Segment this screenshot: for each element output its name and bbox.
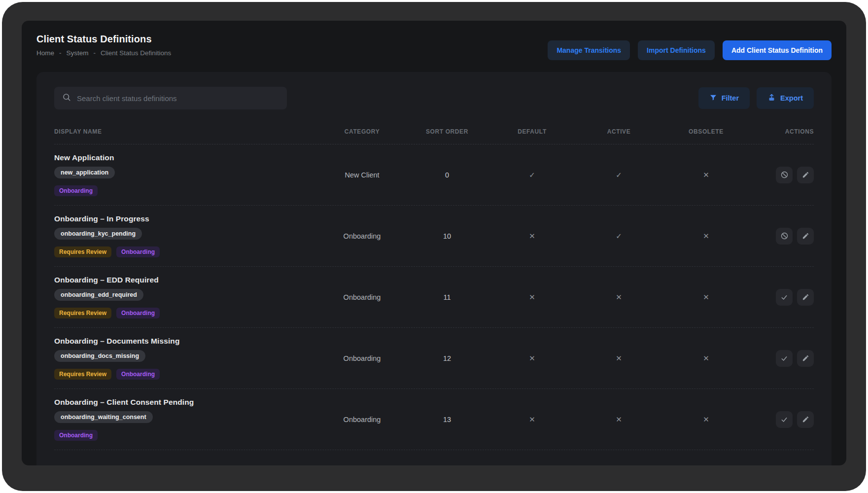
- row-name-cell: New Application new_application Onboardi…: [54, 153, 319, 196]
- status-display-name: Onboarding – In Progress: [54, 214, 149, 223]
- sort-order-cell: 13: [405, 416, 489, 423]
- default-mark: ✕: [489, 354, 575, 363]
- export-button-label: Export: [780, 94, 803, 102]
- active-mark: ✓: [575, 232, 662, 241]
- export-icon: [767, 93, 776, 103]
- page-header: Client Status Definitions Home - System …: [36, 34, 832, 60]
- sort-order-cell: 11: [405, 293, 489, 301]
- obsolete-mark: ✕: [662, 354, 750, 363]
- edit-button[interactable]: [797, 411, 814, 428]
- app-frame: Client Status Definitions Home - System …: [2, 2, 866, 491]
- filter-icon: [709, 94, 717, 103]
- breadcrumb: Home - System - Client Status Definition…: [36, 49, 171, 57]
- default-mark: ✕: [489, 293, 575, 302]
- obsolete-mark: ✕: [662, 415, 750, 424]
- tag-requires-review: Requires Review: [54, 369, 111, 380]
- table-row: New Application new_application Onboardi…: [54, 144, 814, 206]
- row-name-cell: Onboarding – Documents Missing onboardin…: [54, 337, 319, 380]
- tag-onboarding: Onboarding: [116, 369, 160, 380]
- page-title: Client Status Definitions: [36, 34, 171, 45]
- actions-cell: [750, 350, 814, 367]
- app-window: Client Status Definitions Home - System …: [22, 21, 846, 465]
- edit-button[interactable]: [797, 350, 814, 367]
- row-name-cell: Onboarding – EDD Required onboarding_edd…: [54, 276, 319, 318]
- edit-button[interactable]: [797, 228, 814, 245]
- toolbar: Filter Export: [54, 87, 814, 109]
- breadcrumb-separator: -: [94, 49, 96, 57]
- edit-button[interactable]: [797, 289, 814, 306]
- category-cell: Onboarding: [319, 293, 405, 301]
- activate-button[interactable]: [776, 289, 793, 306]
- deactivate-button[interactable]: [776, 228, 793, 245]
- tag-list: Requires Review Onboarding: [54, 308, 160, 318]
- filter-button-label: Filter: [722, 94, 739, 102]
- deactivate-button[interactable]: [776, 167, 793, 183]
- active-mark: ✕: [575, 293, 662, 302]
- default-mark: ✕: [489, 232, 575, 241]
- tag-onboarding: Onboarding: [116, 308, 160, 318]
- status-display-name: Onboarding – Documents Missing: [54, 337, 179, 346]
- manage-transitions-button[interactable]: Manage Transitions: [548, 40, 630, 60]
- add-client-status-definition-button[interactable]: Add Client Status Definition: [723, 40, 832, 60]
- tag-onboarding: Onboarding: [54, 430, 98, 441]
- sort-order-cell: 10: [405, 232, 489, 240]
- category-cell: Onboarding: [319, 232, 405, 240]
- category-cell: New Client: [319, 171, 405, 179]
- sort-order-cell: 0: [405, 171, 489, 179]
- table-header-row: Display Name Category Sort Order Default…: [54, 128, 814, 144]
- toolbar-right: Filter Export: [698, 87, 814, 109]
- status-code-badge: onboarding_docs_missing: [54, 350, 145, 362]
- actions-cell: [750, 289, 814, 306]
- column-display-name: Display Name: [54, 128, 319, 135]
- pencil-icon: [802, 171, 809, 178]
- table-row: Onboarding – EDD Required onboarding_edd…: [54, 267, 814, 328]
- default-mark: ✓: [489, 171, 575, 179]
- filter-button[interactable]: Filter: [698, 87, 750, 109]
- search-box[interactable]: [54, 87, 287, 109]
- active-mark: ✕: [575, 415, 662, 424]
- pencil-icon: [802, 293, 809, 301]
- actions-cell: [750, 167, 814, 183]
- status-code-badge: onboarding_waiting_consent: [54, 411, 153, 423]
- activate-button[interactable]: [776, 411, 793, 428]
- table-row: Onboarding – Client Consent Pending onbo…: [54, 389, 814, 450]
- tag-onboarding: Onboarding: [116, 246, 160, 257]
- status-display-name: New Application: [54, 153, 114, 162]
- sort-order-cell: 12: [405, 354, 489, 362]
- tag-onboarding: Onboarding: [54, 185, 98, 196]
- export-button[interactable]: Export: [757, 87, 814, 109]
- title-block: Client Status Definitions Home - System …: [36, 34, 171, 57]
- status-display-name: Onboarding – EDD Required: [54, 276, 159, 284]
- breadcrumb-separator: -: [59, 49, 62, 57]
- tag-list: Onboarding: [54, 185, 98, 196]
- actions-cell: [750, 411, 814, 428]
- obsolete-mark: ✕: [662, 171, 750, 179]
- ban-icon: [780, 232, 789, 240]
- status-code-badge: onboarding_edd_required: [54, 289, 143, 301]
- column-obsolete: Obsolete: [662, 128, 750, 135]
- activate-button[interactable]: [776, 350, 793, 367]
- status-code-badge: onboarding_kyc_pending: [54, 228, 142, 240]
- category-cell: Onboarding: [319, 354, 405, 362]
- column-category: Category: [319, 128, 405, 135]
- actions-cell: [750, 228, 814, 245]
- active-mark: ✓: [575, 171, 662, 179]
- column-sort-order: Sort Order: [405, 128, 489, 135]
- import-definitions-button[interactable]: Import Definitions: [638, 40, 715, 60]
- tag-requires-review: Requires Review: [54, 308, 111, 318]
- breadcrumb-current: Client Status Definitions: [101, 49, 171, 57]
- search-input[interactable]: [77, 94, 279, 103]
- column-active: Active: [575, 128, 662, 135]
- edit-button[interactable]: [797, 167, 814, 183]
- row-name-cell: Onboarding – Client Consent Pending onbo…: [54, 398, 319, 441]
- default-mark: ✕: [489, 415, 575, 424]
- search-icon: [62, 93, 71, 104]
- tag-requires-review: Requires Review: [54, 246, 111, 257]
- header-buttons: Manage Transitions Import Definitions Ad…: [548, 40, 832, 60]
- pencil-icon: [802, 232, 809, 240]
- table-row: Onboarding – In Progress onboarding_kyc_…: [54, 206, 814, 267]
- breadcrumb-system[interactable]: System: [67, 49, 89, 57]
- row-name-cell: Onboarding – In Progress onboarding_kyc_…: [54, 214, 319, 257]
- breadcrumb-home[interactable]: Home: [36, 49, 54, 57]
- status-definitions-table: Display Name Category Sort Order Default…: [54, 128, 814, 450]
